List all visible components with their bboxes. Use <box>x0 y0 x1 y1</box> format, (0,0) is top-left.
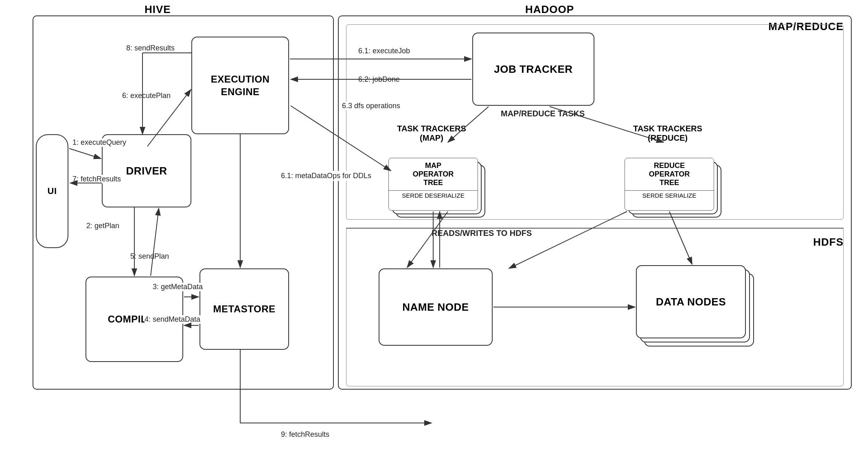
arrow-label-61: 6.1: executeJob <box>358 47 410 55</box>
arrow-label-3: 3: getMetaData <box>153 283 203 291</box>
ui-box: UI <box>36 134 68 248</box>
diagram: HIVE HADOOP MAP/REDUCE HDFS UI DRIVER CO… <box>0 0 868 449</box>
task-trackers-reduce-label: TASK TRACKERS(REDUCE) <box>611 124 725 143</box>
serde-serialize-label: SERDE SERIALIZE <box>625 190 714 200</box>
hadoop-label: HADOOP <box>525 3 574 16</box>
hdfs-divider <box>346 228 844 229</box>
arrow-label-9: 9: fetchResults <box>281 430 329 439</box>
arrow-label-1: 1: executeQuery <box>72 138 126 147</box>
data-nodes-box: DATA NODES <box>636 265 746 338</box>
serde-deserialize-label: SERDE DESERIALIZE <box>389 190 478 200</box>
arrow-label-6: 6: executePlan <box>122 92 171 100</box>
arrow-label-reads-writes: READS/WRITES TO HDFS <box>432 229 532 238</box>
arrow-label-63: 6.3 dfs operations <box>342 102 400 110</box>
map-operator-tree-box: MAPOPERATORTREE SERDE DESERIALIZE <box>388 158 478 211</box>
name-node-box: NAME NODE <box>379 268 493 346</box>
arrow-label-2: 2: getPlan <box>86 222 119 230</box>
arrow-label-8: 8: sendResults <box>126 44 175 52</box>
reduce-operator-tree-box: REDUCEOPERATORTREE SERDE SERIALIZE <box>625 158 714 211</box>
metastore-box: METASTORE <box>199 268 289 350</box>
job-tracker-box: JOB TRACKER <box>472 33 594 106</box>
arrow-label-4: 4: sendMetaData <box>145 315 200 324</box>
arrow-label-7: 7: fetchResults <box>72 175 121 183</box>
task-trackers-map-label: TASK TRACKERS(MAP) <box>375 124 489 143</box>
arrow-label-map-reduce-tasks: MAP/REDUCE TASKS <box>501 109 585 118</box>
hive-label: HIVE <box>145 3 171 16</box>
arrow-label-62: 6.2: jobDone <box>358 75 400 84</box>
arrow-label-5: 5: sendPlan <box>130 252 169 261</box>
arrow-label-61b: 6.1: metaDataOps for DDLs <box>281 171 371 181</box>
execution-engine-box: EXECUTION ENGINE <box>191 37 289 134</box>
